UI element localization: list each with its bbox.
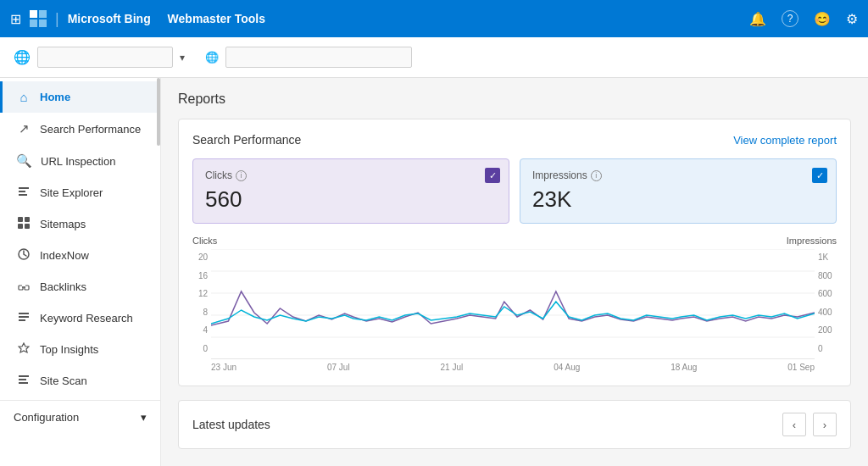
chart-right-label: Impressions	[787, 236, 837, 246]
search-perf-icon: ↗	[16, 121, 31, 136]
backlinks-icon	[16, 280, 31, 294]
brand-logo	[30, 10, 47, 27]
sidebar-label-site-explorer: Site Explorer	[40, 186, 103, 199]
sidebar: ⌂ Home ↗ Search Performance 🔍 URL Inspec…	[0, 78, 161, 466]
main-layout: ⌂ Home ↗ Search Performance 🔍 URL Inspec…	[0, 78, 868, 466]
sidebar-label-site-scan: Site Scan	[40, 374, 87, 387]
svg-rect-4	[19, 187, 29, 189]
impressions-label: Impressions	[532, 169, 587, 181]
svg-rect-9	[18, 224, 23, 229]
x-label-4: 04 Aug	[554, 363, 580, 372]
impressions-checkbox[interactable]: ✓	[812, 168, 827, 183]
svg-rect-12	[19, 313, 29, 314]
latest-updates-prev-button[interactable]: ‹	[782, 413, 806, 436]
site-scan-icon	[16, 374, 31, 388]
site-globe-icon: 🌐	[14, 49, 31, 65]
clicks-metric-box: Clicks i 560 ✓	[192, 158, 509, 224]
sidebar-label-backlinks: Backlinks	[40, 280, 86, 293]
svg-rect-3	[39, 19, 47, 27]
svg-rect-5	[19, 191, 25, 192]
metrics-row: Clicks i 560 ✓ Impressions i 23K ✓	[192, 158, 837, 224]
latest-updates-next-button[interactable]: ›	[813, 413, 837, 436]
app-title: Microsoft Bing Webmaster Tools	[68, 12, 265, 25]
latest-updates-title: Latest updates	[192, 418, 270, 431]
top-insights-icon	[16, 342, 31, 357]
svg-rect-6	[19, 194, 27, 196]
sidebar-item-indexnow[interactable]: IndexNow	[0, 240, 160, 271]
url-bar: 🌐 ▾ 🌐	[0, 37, 868, 78]
sidebar-label-home: Home	[40, 91, 70, 103]
chart-area: 23 Jun 07 Jul 21 Jul 04 Aug 18 Aug 01 Se…	[211, 249, 815, 372]
sitemaps-icon	[16, 217, 31, 231]
clicks-label: Clicks	[205, 169, 232, 181]
svg-rect-0	[30, 10, 37, 18]
bell-icon[interactable]: 🔔	[749, 11, 766, 27]
svg-rect-1	[39, 10, 47, 18]
nav-icons: 🔔 ? 😊 ⚙	[749, 10, 858, 27]
impressions-info-icon[interactable]: i	[591, 170, 602, 181]
x-label-6: 01 Sep	[787, 363, 815, 372]
page-globe-icon: 🌐	[205, 51, 219, 64]
sidebar-item-keyword-research[interactable]: Keyword Research	[0, 302, 160, 334]
url-inspect-icon: 🔍	[16, 153, 32, 169]
site-explorer-icon	[16, 186, 31, 200]
sidebar-label-url-inspection: URL Inspection	[41, 155, 115, 168]
svg-rect-15	[19, 375, 29, 377]
svg-rect-2	[30, 19, 37, 27]
sidebar-item-backlinks[interactable]: Backlinks	[0, 271, 160, 302]
impressions-metric-box: Impressions i 23K ✓	[520, 158, 837, 224]
settings-icon[interactable]: ⚙	[846, 11, 858, 27]
sidebar-configuration-section[interactable]: Configuration ▾	[0, 404, 160, 427]
brand-divider: |	[55, 10, 59, 28]
sidebar-item-sitemaps[interactable]: Sitemaps	[0, 208, 160, 240]
sidebar-item-site-explorer[interactable]: Site Explorer	[0, 177, 160, 208]
x-axis-labels: 23 Jun 07 Jul 21 Jul 04 Aug 18 Aug 01 Se…	[211, 359, 815, 372]
top-nav: ⊞ | Microsoft Bing Webmaster Tools 🔔 ? 😊…	[0, 0, 868, 37]
svg-rect-7	[18, 217, 23, 222]
keyword-research-icon	[16, 311, 31, 325]
home-icon: ⌂	[16, 90, 31, 104]
latest-updates-card: Latest updates ‹ ›	[178, 400, 851, 449]
sidebar-label-keyword-research: Keyword Research	[40, 312, 133, 325]
sidebar-item-url-inspection[interactable]: 🔍 URL Inspection	[0, 145, 160, 177]
sidebar-label-top-insights: Top Insights	[40, 343, 98, 356]
view-complete-report-link[interactable]: View complete report	[733, 134, 837, 147]
search-performance-card: Search Performance View complete report …	[178, 119, 851, 386]
page-url-input[interactable]	[225, 47, 412, 68]
reports-title: Reports	[178, 92, 851, 107]
sidebar-item-home[interactable]: ⌂ Home	[0, 81, 160, 113]
x-label-5: 18 Aug	[670, 363, 697, 372]
sidebar-label-search-performance: Search Performance	[40, 123, 141, 136]
x-label-3: 21 Jul	[441, 363, 464, 372]
site-url-chevron[interactable]: ▾	[180, 52, 185, 64]
clicks-checkbox[interactable]: ✓	[485, 168, 500, 183]
x-label-2: 07 Jul	[327, 363, 350, 372]
site-url-input[interactable]	[37, 47, 173, 68]
y-axis-right: 1K 800 600 400 200 0	[815, 249, 837, 372]
sidebar-item-search-performance[interactable]: ↗ Search Performance	[0, 113, 160, 145]
svg-rect-8	[25, 217, 30, 222]
sidebar-label-sitemaps: Sitemaps	[40, 218, 86, 230]
sp-card-title: Search Performance	[192, 133, 301, 147]
configuration-chevron: ▾	[141, 411, 147, 424]
sidebar-item-top-insights[interactable]: Top Insights	[0, 334, 160, 365]
clicks-value: 560	[205, 186, 497, 213]
impressions-value: 23K	[532, 186, 824, 213]
clicks-info-icon[interactable]: i	[236, 170, 247, 181]
user-icon[interactable]: 😊	[814, 11, 831, 27]
grid-icon[interactable]: ⊞	[10, 11, 21, 27]
svg-rect-16	[19, 379, 26, 380]
svg-rect-13	[19, 316, 29, 318]
indexnow-icon	[16, 248, 31, 263]
y-axis-left: 20 16 12 8 4 0	[192, 249, 211, 372]
chart-left-label: Clicks	[192, 236, 217, 246]
help-icon[interactable]: ?	[782, 10, 798, 27]
sidebar-item-site-scan[interactable]: Site Scan	[0, 365, 160, 397]
content-area: Reports Search Performance View complete…	[161, 78, 868, 466]
svg-rect-10	[25, 224, 30, 229]
configuration-label: Configuration	[14, 411, 79, 424]
svg-rect-17	[19, 382, 28, 384]
sidebar-label-indexnow: IndexNow	[40, 249, 89, 262]
latest-updates-nav: ‹ ›	[782, 413, 837, 436]
chart-labels: Clicks Impressions	[192, 236, 837, 246]
